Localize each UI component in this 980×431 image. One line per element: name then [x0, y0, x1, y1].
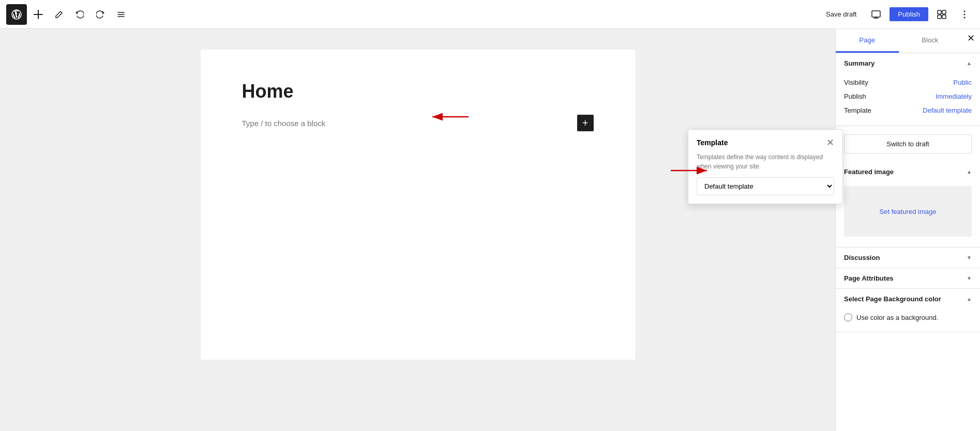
- visibility-value[interactable]: Public: [954, 79, 972, 86]
- undo-button[interactable]: [70, 5, 89, 24]
- featured-image-chevron-icon: ▲: [967, 169, 972, 175]
- template-row: Template Default template: [844, 103, 972, 117]
- bg-color-title: Select Page Background color: [844, 295, 941, 303]
- featured-image-header[interactable]: Featured image ▲: [836, 162, 980, 182]
- use-color-row: Use color as a background.: [844, 311, 972, 324]
- use-color-label[interactable]: Use color as a background.: [856, 314, 938, 321]
- page-attributes-title: Page Attributes: [844, 274, 894, 282]
- redo-button[interactable]: [91, 5, 110, 24]
- tab-page[interactable]: Page: [836, 29, 899, 53]
- bg-color-chevron-icon: ▲: [967, 296, 972, 302]
- template-label: Template: [844, 106, 871, 114]
- page-attributes-chevron-icon: ▼: [967, 275, 972, 281]
- svg-rect-1: [872, 11, 880, 17]
- tab-block[interactable]: Block: [899, 29, 962, 53]
- featured-image-label: Set featured image: [880, 208, 937, 216]
- discussion-section: Discussion ▼: [836, 248, 980, 268]
- svg-point-6: [964, 10, 966, 12]
- visibility-row: Visibility Public: [844, 75, 972, 89]
- switch-draft-button[interactable]: Switch to draft: [844, 134, 972, 153]
- block-placeholder: Type / to choose a block +: [242, 115, 594, 131]
- svg-rect-5: [942, 15, 946, 19]
- summary-panel-header[interactable]: Summary ▲: [836, 53, 980, 73]
- publish-value[interactable]: Immediately: [936, 93, 972, 100]
- svg-rect-4: [938, 15, 941, 19]
- popup-close-button[interactable]: ✕: [826, 138, 834, 147]
- publish-button[interactable]: Publish: [889, 7, 928, 21]
- page-title: Home: [242, 81, 594, 102]
- add-block-toolbar-button[interactable]: [29, 5, 48, 24]
- publish-row: Publish Immediately: [844, 89, 972, 103]
- preview-button[interactable]: [867, 5, 885, 24]
- bg-color-section: Select Page Background color ▲ Use color…: [836, 289, 980, 332]
- template-popup: Template ✕ Templates define the way cont…: [688, 129, 843, 204]
- switch-draft-section: Switch to draft: [836, 126, 980, 162]
- editor-area: Home Type / to choose a block +: [0, 29, 835, 431]
- template-select[interactable]: Default template: [697, 177, 834, 195]
- bg-color-header[interactable]: Select Page Background color ▲: [836, 289, 980, 309]
- featured-image-body: Set featured image: [836, 182, 980, 247]
- more-options-button[interactable]: [955, 5, 974, 24]
- editor-red-arrow: [428, 111, 470, 125]
- toolbar-right: Save draft Publish: [820, 5, 974, 24]
- document-overview-button[interactable]: [112, 5, 130, 24]
- discussion-title: Discussion: [844, 254, 880, 261]
- visibility-label: Visibility: [844, 79, 868, 86]
- summary-chevron-icon: ▲: [967, 60, 972, 66]
- use-color-radio[interactable]: [844, 313, 852, 321]
- main-layout: Home Type / to choose a block + Page Blo…: [0, 29, 980, 431]
- summary-title: Summary: [844, 59, 875, 67]
- featured-image-title: Featured image: [844, 168, 894, 176]
- sidebar-close-button[interactable]: ✕: [961, 29, 980, 48]
- popup-header: Template ✕: [697, 138, 834, 147]
- add-block-button[interactable]: +: [577, 115, 594, 131]
- popup-description: Templates define the way content is disp…: [697, 152, 834, 171]
- popup-title: Template: [697, 138, 728, 147]
- sidebar-tabs: Page Block ✕: [836, 29, 980, 53]
- svg-rect-2: [938, 10, 941, 14]
- popup-red-arrow: [670, 164, 711, 179]
- svg-point-8: [964, 17, 966, 18]
- summary-body: Visibility Public Publish Immediately Te…: [836, 73, 980, 126]
- page-attributes-header[interactable]: Page Attributes ▼: [836, 268, 980, 288]
- featured-image-section: Featured image ▲ Set featured image: [836, 162, 980, 248]
- discussion-header[interactable]: Discussion ▼: [836, 248, 980, 268]
- editor-content: Home Type / to choose a block +: [201, 50, 635, 360]
- edit-mode-button[interactable]: [50, 5, 68, 24]
- sidebar: Page Block ✕ Summary ▲ Visibility Public…: [835, 29, 980, 431]
- svg-point-7: [964, 13, 966, 15]
- toolbar-left: [6, 4, 130, 25]
- template-value[interactable]: Default template: [923, 106, 972, 114]
- placeholder-text: Type / to choose a block: [242, 119, 326, 128]
- bg-color-body: Use color as a background.: [836, 309, 980, 332]
- wp-logo-button[interactable]: [6, 4, 27, 25]
- settings-button[interactable]: [932, 5, 951, 24]
- toolbar: Save draft Publish: [0, 0, 980, 29]
- save-draft-button[interactable]: Save draft: [820, 7, 863, 21]
- publish-label: Publish: [844, 93, 866, 100]
- page-attributes-section: Page Attributes ▼: [836, 268, 980, 289]
- discussion-chevron-icon: ▼: [967, 255, 972, 260]
- set-featured-image-button[interactable]: Set featured image: [844, 186, 972, 237]
- svg-rect-3: [942, 10, 946, 14]
- summary-section: Summary ▲ Visibility Public Publish Imme…: [836, 53, 980, 126]
